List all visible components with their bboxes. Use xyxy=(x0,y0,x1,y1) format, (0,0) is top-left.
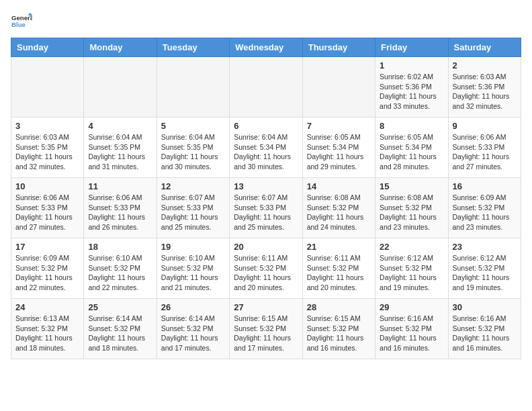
day-number: 13 xyxy=(234,181,298,191)
day-number: 14 xyxy=(307,181,371,191)
day-cell: 24Sunrise: 6:13 AM Sunset: 5:32 PM Dayli… xyxy=(11,299,84,359)
day-cell: 4Sunrise: 6:04 AM Sunset: 5:35 PM Daylig… xyxy=(84,118,157,178)
day-cell: 28Sunrise: 6:15 AM Sunset: 5:32 PM Dayli… xyxy=(302,299,375,359)
day-info: Sunrise: 6:15 AM Sunset: 5:32 PM Dayligh… xyxy=(234,314,298,353)
day-info: Sunrise: 6:02 AM Sunset: 5:36 PM Dayligh… xyxy=(380,72,443,111)
header-cell-friday: Friday xyxy=(375,38,448,57)
day-info: Sunrise: 6:08 AM Sunset: 5:32 PM Dayligh… xyxy=(380,193,443,232)
day-cell: 21Sunrise: 6:11 AM Sunset: 5:32 PM Dayli… xyxy=(302,238,375,299)
day-number: 6 xyxy=(234,121,298,131)
day-cell: 8Sunrise: 6:05 AM Sunset: 5:34 PM Daylig… xyxy=(375,118,448,178)
header-cell-saturday: Saturday xyxy=(448,38,521,57)
day-info: Sunrise: 6:14 AM Sunset: 5:32 PM Dayligh… xyxy=(161,314,225,353)
page-header: General Blue xyxy=(11,11,521,32)
day-info: Sunrise: 6:04 AM Sunset: 5:34 PM Dayligh… xyxy=(234,132,298,172)
day-cell: 11Sunrise: 6:06 AM Sunset: 5:33 PM Dayli… xyxy=(84,178,157,238)
day-info: Sunrise: 6:08 AM Sunset: 5:32 PM Dayligh… xyxy=(307,193,371,232)
day-info: Sunrise: 6:10 AM Sunset: 5:32 PM Dayligh… xyxy=(88,253,152,293)
day-cell: 5Sunrise: 6:04 AM Sunset: 5:35 PM Daylig… xyxy=(157,118,229,178)
day-number: 2 xyxy=(453,60,517,71)
day-number: 8 xyxy=(380,121,443,131)
day-cell xyxy=(84,57,157,118)
day-cell: 14Sunrise: 6:08 AM Sunset: 5:32 PM Dayli… xyxy=(302,178,375,238)
day-number: 27 xyxy=(234,302,298,312)
day-info: Sunrise: 6:10 AM Sunset: 5:32 PM Dayligh… xyxy=(161,253,225,293)
day-cell xyxy=(302,57,375,118)
day-cell: 6Sunrise: 6:04 AM Sunset: 5:34 PM Daylig… xyxy=(230,118,302,178)
day-info: Sunrise: 6:04 AM Sunset: 5:35 PM Dayligh… xyxy=(88,132,152,172)
day-info: Sunrise: 6:11 AM Sunset: 5:32 PM Dayligh… xyxy=(234,253,298,293)
day-info: Sunrise: 6:14 AM Sunset: 5:32 PM Dayligh… xyxy=(88,314,152,353)
day-cell: 17Sunrise: 6:09 AM Sunset: 5:32 PM Dayli… xyxy=(11,238,84,299)
day-cell: 25Sunrise: 6:14 AM Sunset: 5:32 PM Dayli… xyxy=(84,299,157,359)
calendar-body: 1Sunrise: 6:02 AM Sunset: 5:36 PM Daylig… xyxy=(11,57,521,359)
day-cell: 7Sunrise: 6:05 AM Sunset: 5:34 PM Daylig… xyxy=(302,118,375,178)
day-cell: 23Sunrise: 6:12 AM Sunset: 5:32 PM Dayli… xyxy=(448,238,521,299)
day-number: 30 xyxy=(453,302,517,312)
day-info: Sunrise: 6:03 AM Sunset: 5:36 PM Dayligh… xyxy=(453,72,517,111)
day-number: 1 xyxy=(380,60,443,71)
logo-icon: General Blue xyxy=(11,11,32,32)
day-number: 17 xyxy=(15,242,79,252)
week-row-4: 17Sunrise: 6:09 AM Sunset: 5:32 PM Dayli… xyxy=(11,238,521,299)
day-info: Sunrise: 6:16 AM Sunset: 5:32 PM Dayligh… xyxy=(380,314,443,353)
day-number: 25 xyxy=(88,302,152,312)
day-info: Sunrise: 6:12 AM Sunset: 5:32 PM Dayligh… xyxy=(380,253,443,293)
day-cell xyxy=(11,57,84,118)
logo: General Blue xyxy=(11,11,32,32)
day-info: Sunrise: 6:09 AM Sunset: 5:32 PM Dayligh… xyxy=(15,253,79,293)
day-number: 20 xyxy=(234,242,298,252)
header-cell-wednesday: Wednesday xyxy=(230,38,302,57)
day-number: 28 xyxy=(307,302,371,312)
day-cell: 22Sunrise: 6:12 AM Sunset: 5:32 PM Dayli… xyxy=(375,238,448,299)
day-info: Sunrise: 6:12 AM Sunset: 5:32 PM Dayligh… xyxy=(453,253,517,293)
day-cell: 13Sunrise: 6:07 AM Sunset: 5:33 PM Dayli… xyxy=(230,178,302,238)
day-cell: 26Sunrise: 6:14 AM Sunset: 5:32 PM Dayli… xyxy=(157,299,229,359)
day-info: Sunrise: 6:06 AM Sunset: 5:33 PM Dayligh… xyxy=(453,132,517,172)
day-info: Sunrise: 6:06 AM Sunset: 5:33 PM Dayligh… xyxy=(88,193,152,232)
day-number: 21 xyxy=(307,242,371,252)
day-number: 3 xyxy=(15,121,79,131)
day-cell: 27Sunrise: 6:15 AM Sunset: 5:32 PM Dayli… xyxy=(230,299,302,359)
day-number: 16 xyxy=(453,181,517,191)
calendar-header: SundayMondayTuesdayWednesdayThursdayFrid… xyxy=(11,38,521,57)
day-cell: 1Sunrise: 6:02 AM Sunset: 5:36 PM Daylig… xyxy=(375,57,448,118)
week-row-5: 24Sunrise: 6:13 AM Sunset: 5:32 PM Dayli… xyxy=(11,299,521,359)
header-cell-tuesday: Tuesday xyxy=(157,38,229,57)
day-cell xyxy=(230,57,302,118)
day-number: 9 xyxy=(453,121,517,131)
day-info: Sunrise: 6:07 AM Sunset: 5:33 PM Dayligh… xyxy=(234,193,298,232)
day-cell: 16Sunrise: 6:09 AM Sunset: 5:32 PM Dayli… xyxy=(448,178,521,238)
day-cell: 12Sunrise: 6:07 AM Sunset: 5:33 PM Dayli… xyxy=(157,178,229,238)
day-info: Sunrise: 6:06 AM Sunset: 5:33 PM Dayligh… xyxy=(15,193,79,232)
day-info: Sunrise: 6:15 AM Sunset: 5:32 PM Dayligh… xyxy=(307,314,371,353)
week-row-3: 10Sunrise: 6:06 AM Sunset: 5:33 PM Dayli… xyxy=(11,178,521,238)
day-info: Sunrise: 6:05 AM Sunset: 5:34 PM Dayligh… xyxy=(380,132,443,172)
day-cell: 20Sunrise: 6:11 AM Sunset: 5:32 PM Dayli… xyxy=(230,238,302,299)
week-row-1: 1Sunrise: 6:02 AM Sunset: 5:36 PM Daylig… xyxy=(11,57,521,118)
day-cell: 10Sunrise: 6:06 AM Sunset: 5:33 PM Dayli… xyxy=(11,178,84,238)
header-cell-sunday: Sunday xyxy=(11,38,84,57)
day-number: 29 xyxy=(380,302,443,312)
header-cell-monday: Monday xyxy=(84,38,157,57)
calendar-table: SundayMondayTuesdayWednesdayThursdayFrid… xyxy=(11,38,521,359)
day-number: 12 xyxy=(161,181,225,191)
day-number: 5 xyxy=(161,121,225,131)
day-cell: 2Sunrise: 6:03 AM Sunset: 5:36 PM Daylig… xyxy=(448,57,521,118)
day-info: Sunrise: 6:04 AM Sunset: 5:35 PM Dayligh… xyxy=(161,132,225,172)
day-number: 26 xyxy=(161,302,225,312)
day-number: 24 xyxy=(15,302,79,312)
day-cell: 9Sunrise: 6:06 AM Sunset: 5:33 PM Daylig… xyxy=(448,118,521,178)
day-cell: 15Sunrise: 6:08 AM Sunset: 5:32 PM Dayli… xyxy=(375,178,448,238)
day-info: Sunrise: 6:13 AM Sunset: 5:32 PM Dayligh… xyxy=(15,314,79,353)
week-row-2: 3Sunrise: 6:03 AM Sunset: 5:35 PM Daylig… xyxy=(11,118,521,178)
day-cell: 19Sunrise: 6:10 AM Sunset: 5:32 PM Dayli… xyxy=(157,238,229,299)
day-number: 18 xyxy=(88,242,152,252)
day-number: 15 xyxy=(380,181,443,191)
day-cell: 18Sunrise: 6:10 AM Sunset: 5:32 PM Dayli… xyxy=(84,238,157,299)
day-number: 11 xyxy=(88,181,152,191)
day-cell: 30Sunrise: 6:16 AM Sunset: 5:32 PM Dayli… xyxy=(448,299,521,359)
day-number: 10 xyxy=(15,181,79,191)
day-number: 23 xyxy=(453,242,517,252)
header-row: SundayMondayTuesdayWednesdayThursdayFrid… xyxy=(11,38,521,57)
